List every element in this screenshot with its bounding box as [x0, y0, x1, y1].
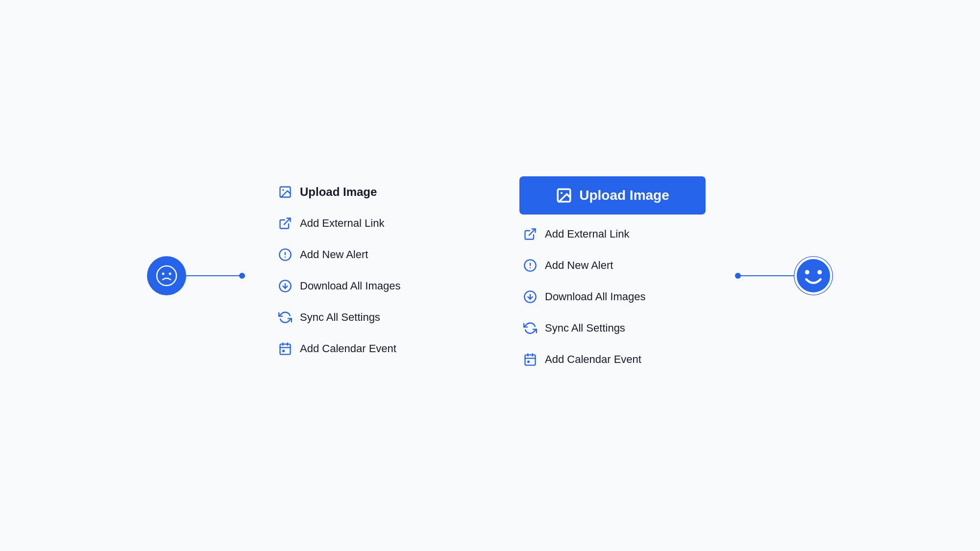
right-add-new-alert-item[interactable]: Add New Alert [519, 250, 706, 281]
right-add-calendar-event-item[interactable]: Add Calendar Event [519, 344, 706, 375]
left-upload-image-label: Upload Image [300, 185, 377, 199]
right-add-calendar-event-label: Add Calendar Event [545, 353, 641, 366]
right-connector-line [735, 275, 794, 276]
right-add-new-alert-label: Add New Alert [545, 259, 613, 272]
svg-point-1 [162, 272, 165, 275]
external-link-icon [523, 227, 537, 241]
columns-container: Upload Image Add External Link [274, 176, 706, 375]
calendar-icon [278, 342, 292, 356]
sad-face-avatar [147, 256, 186, 295]
svg-point-2 [169, 272, 172, 275]
left-add-calendar-event-item[interactable]: Add Calendar Event [274, 333, 461, 364]
svg-rect-28 [527, 360, 530, 363]
sync-icon [278, 311, 292, 324]
sync-icon [523, 321, 537, 335]
right-column: Upload Image Add External Link [519, 176, 706, 375]
alert-icon [523, 259, 537, 272]
left-column: Upload Image Add External Link [274, 176, 461, 364]
svg-point-30 [805, 270, 809, 274]
right-download-all-images-label: Download All Images [545, 290, 645, 303]
right-sync-all-settings-item[interactable]: Sync All Settings [519, 312, 706, 344]
main-content: Upload Image Add External Link [0, 176, 980, 375]
page-wrapper: Upload Image Add External Link [0, 0, 980, 551]
svg-point-4 [282, 189, 284, 191]
right-add-external-link-item[interactable]: Add External Link [519, 218, 706, 250]
right-sync-all-settings-label: Sync All Settings [545, 322, 625, 335]
upload-image-btn-icon [556, 187, 572, 204]
left-download-all-images-item[interactable]: Download All Images [274, 270, 461, 302]
image-upload-icon [278, 185, 292, 199]
download-icon [278, 279, 292, 293]
left-add-new-alert-item[interactable]: Add New Alert [274, 239, 461, 270]
svg-point-17 [561, 192, 563, 193]
right-upload-image-label: Upload Image [579, 188, 669, 203]
right-indicator [735, 256, 833, 295]
svg-rect-24 [525, 355, 536, 365]
svg-line-18 [529, 229, 536, 235]
svg-rect-15 [282, 350, 285, 352]
left-add-external-link-item[interactable]: Add External Link [274, 208, 461, 239]
alert-icon [278, 248, 292, 262]
svg-line-5 [284, 218, 291, 224]
svg-point-31 [817, 270, 822, 274]
left-upload-image-item[interactable]: Upload Image [274, 176, 461, 208]
left-sync-all-settings-item[interactable]: Sync All Settings [274, 302, 461, 333]
right-download-all-images-item[interactable]: Download All Images [519, 281, 706, 312]
left-add-new-alert-label: Add New Alert [300, 248, 368, 261]
external-link-icon [278, 216, 292, 230]
left-connector-line [186, 275, 245, 276]
left-indicator [147, 256, 245, 295]
svg-point-29 [796, 258, 832, 293]
happy-face-avatar [794, 256, 833, 295]
left-sync-all-settings-label: Sync All Settings [300, 311, 380, 324]
right-add-external-link-label: Add External Link [545, 228, 629, 240]
right-upload-image-button[interactable]: Upload Image [519, 176, 706, 215]
calendar-icon [523, 353, 537, 366]
download-icon [523, 290, 537, 304]
svg-point-0 [157, 266, 176, 286]
left-add-calendar-event-label: Add Calendar Event [300, 342, 396, 355]
left-download-all-images-label: Download All Images [300, 280, 400, 292]
left-add-external-link-label: Add External Link [300, 217, 384, 230]
svg-rect-11 [280, 344, 291, 354]
